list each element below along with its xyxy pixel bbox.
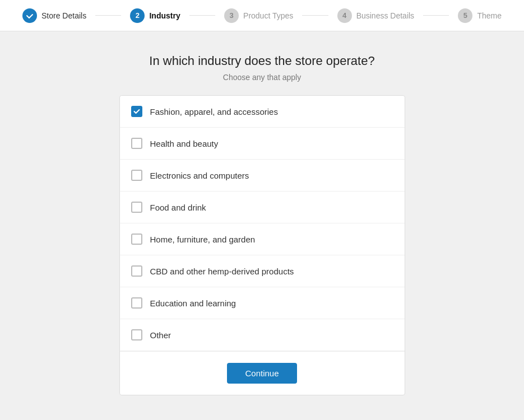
step-label-store-details: Store Details [41,11,86,20]
step-label-product-types: Product Types [243,11,293,20]
option-electronics[interactable]: Electronics and computers [120,160,405,192]
option-cbd[interactable]: CBD and other hemp-derived products [120,255,405,287]
checkbox-unchecked-education [131,297,142,309]
step-divider-4 [423,15,449,16]
checkbox-education[interactable] [131,297,142,309]
page-subtitle: Choose any that apply [223,73,301,82]
option-food[interactable]: Food and drink [120,192,405,223]
main-content: In which industry does the store operate… [0,31,524,420]
option-label-health: Health and beauty [150,139,219,148]
step-circle-business-details: 4 [337,8,352,23]
step-business-details[interactable]: 4 Business Details [328,8,424,23]
checkbox-unchecked-food [131,202,142,213]
checkbox-home[interactable] [131,234,142,245]
option-label-home: Home, furniture, and garden [150,235,256,244]
options-card: Fashion, apparel, and accessories Health… [119,95,405,395]
step-divider-3 [302,15,328,16]
option-label-other: Other [150,330,171,340]
step-circle-store-details [22,8,37,23]
checkbox-unchecked-electronics [131,170,142,181]
stepper: Store Details 2 Industry 3 Product Types… [0,0,524,31]
checkbox-fashion[interactable] [131,106,142,117]
checkbox-food[interactable] [131,202,142,213]
checkbox-health[interactable] [131,138,142,149]
option-health[interactable]: Health and beauty [120,128,405,160]
checkbox-unchecked-cbd [131,265,142,277]
step-industry[interactable]: 2 Industry [121,8,189,23]
checkbox-cbd[interactable] [131,265,142,277]
checkbox-checked-icon [131,106,142,117]
step-label-industry: Industry [149,11,180,20]
option-fashion[interactable]: Fashion, apparel, and accessories [120,96,405,128]
checkbox-other[interactable] [131,329,142,340]
checkbox-electronics[interactable] [131,170,142,181]
step-label-business-details: Business Details [356,11,415,20]
checkbox-unchecked-health [131,138,142,149]
button-row: Continue [120,351,405,395]
option-label-cbd: CBD and other hemp-derived products [150,267,294,276]
step-label-theme: Theme [477,11,502,20]
step-divider-2 [189,15,215,16]
checkbox-unchecked-other [131,329,142,340]
continue-button[interactable]: Continue [227,363,296,384]
option-label-electronics: Electronics and computers [150,171,249,180]
step-theme[interactable]: 5 Theme [449,8,511,23]
step-divider-1 [95,15,121,16]
option-label-fashion: Fashion, apparel, and accessories [150,107,278,116]
option-education[interactable]: Education and learning [120,287,405,319]
option-other[interactable]: Other [120,319,405,351]
checkbox-unchecked-home [131,234,142,245]
step-circle-industry: 2 [130,8,145,23]
step-product-types[interactable]: 3 Product Types [215,8,302,23]
page-title: In which industry does the store operate… [149,54,374,68]
step-circle-product-types: 3 [224,8,239,23]
option-label-food: Food and drink [150,203,206,212]
step-circle-theme: 5 [458,8,472,23]
step-store-details[interactable]: Store Details [13,8,95,23]
option-home[interactable]: Home, furniture, and garden [120,223,405,255]
option-label-education: Education and learning [150,298,236,308]
